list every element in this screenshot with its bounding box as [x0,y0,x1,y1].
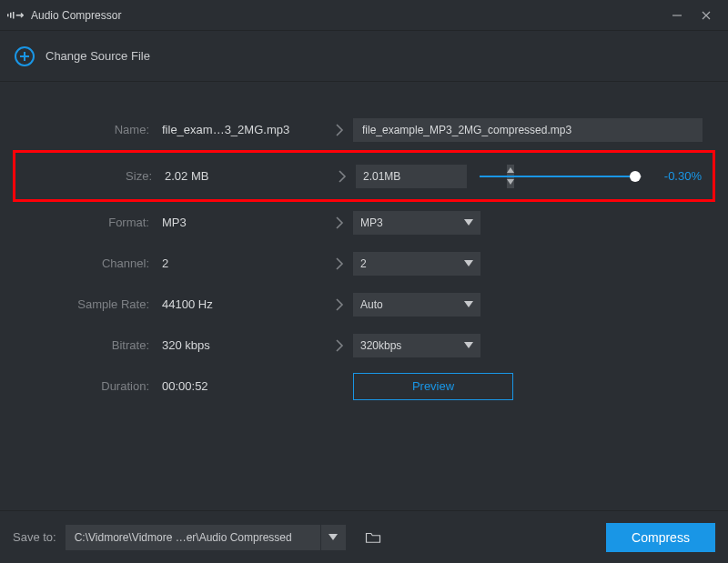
channel-dropdown[interactable]: 2 [353,252,480,276]
arrow-icon [326,216,353,229]
arrow-icon [326,257,353,270]
value-sample-rate-src: 44100 Hz [162,297,326,311]
value-format-src: MP3 [162,216,326,229]
close-button[interactable] [692,5,721,26]
sample-rate-dropdown[interactable]: Auto [353,293,480,317]
plus-circle-icon [15,46,35,66]
save-path-dropdown-button[interactable] [320,525,346,550]
bitrate-dropdown[interactable]: 320kbps [353,334,480,357]
settings-form: Name: file_exam…3_2MG.mp3 Size: 2.02 MB [0,82,728,407]
label-size: Size: [19,169,165,183]
format-dropdown[interactable]: MP3 [353,211,480,235]
value-name-src: file_exam…3_2MG.mp3 [162,123,326,136]
save-to-label: Save to: [13,530,56,544]
chevron-down-icon [464,211,473,235]
arrow-icon [329,170,356,183]
save-path-field[interactable] [66,525,320,550]
arrow-icon [326,124,353,136]
app-title: Audio Compressor [31,9,121,22]
output-name-field[interactable] [353,118,703,142]
chevron-down-icon [464,252,473,276]
bitrate-dropdown-value: 320kbps [360,339,401,352]
compress-button[interactable]: Compress [606,523,715,552]
row-channel: Channel: 2 2 [16,243,712,284]
row-duration: Duration: 00:00:52 Preview [16,366,712,407]
size-delta: -0.30% [651,169,702,183]
size-stepper[interactable] [356,165,467,188]
format-dropdown-value: MP3 [360,216,383,229]
value-channel-src: 2 [162,256,326,270]
label-sample-rate: Sample Rate: [16,297,162,311]
chevron-down-icon [464,293,473,317]
label-channel: Channel: [16,256,162,270]
label-duration: Duration: [16,379,162,393]
change-source-label: Change Source File [46,49,150,63]
label-name: Name: [16,123,162,136]
row-size: Size: 2.02 MB [19,156,709,196]
size-slider[interactable] [480,170,642,183]
label-bitrate: Bitrate: [16,338,162,352]
title-bar: Audio Compressor [0,0,728,31]
size-highlight-box: Size: 2.02 MB [13,150,715,202]
chevron-down-icon [464,334,473,357]
size-slider-thumb[interactable] [630,171,641,182]
app-icon [7,9,24,22]
sample-rate-dropdown-value: Auto [360,298,383,311]
row-sample-rate: Sample Rate: 44100 Hz Auto [16,284,712,325]
footer-bar: Save to: Compress [0,510,728,563]
label-format: Format: [16,216,162,229]
open-folder-button[interactable] [360,525,386,550]
value-duration: 00:00:52 [162,379,326,393]
value-size-src: 2.02 MB [165,169,329,183]
arrow-icon [326,339,353,352]
row-bitrate: Bitrate: 320 kbps 320kbps [16,325,712,366]
channel-dropdown-value: 2 [360,257,367,270]
row-format: Format: MP3 MP3 [16,202,712,243]
change-source-bar[interactable]: Change Source File [0,31,728,82]
value-bitrate-src: 320 kbps [162,338,326,352]
preview-button[interactable]: Preview [353,373,513,400]
save-path-select [66,525,346,550]
arrow-icon [326,298,353,311]
minimize-button[interactable] [662,5,692,26]
row-name: Name: file_exam…3_2MG.mp3 [16,109,712,150]
